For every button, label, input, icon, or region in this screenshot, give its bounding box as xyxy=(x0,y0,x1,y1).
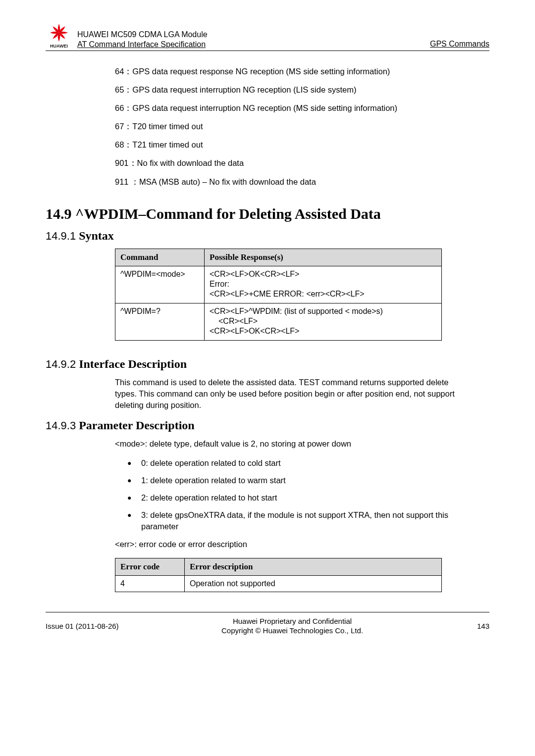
gps-item: 911 ：MSA (MSB auto) – No fix with downlo… xyxy=(115,176,465,188)
huawei-logo-icon: HUAWEI xyxy=(46,22,72,49)
cell-error-desc: Operation not supported xyxy=(185,575,442,592)
cell-error-code: 4 xyxy=(115,575,185,592)
doc-title-line1: HUAWEI MC509 CDMA LGA Module xyxy=(77,30,430,40)
sub-14-9-1-title: 14.9.1Syntax xyxy=(46,229,489,243)
header-divider xyxy=(46,50,489,51)
footer-row: Issue 01 (2011-08-26) Huawei Proprietary… xyxy=(46,616,489,636)
gps-item: 64：GPS data request response NG receptio… xyxy=(115,66,465,77)
interface-description-text: This command is used to delete the assis… xyxy=(115,377,465,411)
list-item: 3: delete gpsOneXTRA data, if the module… xyxy=(127,509,465,532)
footer-issue: Issue 01 (2011-08-26) xyxy=(46,622,145,630)
th-error-code: Error code xyxy=(115,558,185,575)
th-command: Command xyxy=(115,249,205,266)
gps-item: 67：T20 timer timed out xyxy=(115,121,465,132)
table-row: ^WPDIM=<mode> <CR><LF>OK<CR><LF> Error: … xyxy=(115,266,442,303)
page: HUAWEI HUAWEI MC509 CDMA LGA Module AT C… xyxy=(0,0,535,756)
resp-line: <CR><LF>OK<CR><LF> xyxy=(210,327,436,336)
footer-divider xyxy=(46,612,489,612)
list-item: 0: delete operation related to cold star… xyxy=(127,457,465,469)
footer-copyright: Copyright © Huawei Technologies Co., Ltd… xyxy=(145,626,440,636)
err-line: <err>: error code or error description xyxy=(115,539,465,550)
th-response: Possible Response(s) xyxy=(205,249,442,266)
table-row: 4 Operation not supported xyxy=(115,575,442,592)
footer-center: Huawei Proprietary and Confidential Copy… xyxy=(145,616,440,636)
cell-response: <CR><LF>OK<CR><LF> Error: <CR><LF>+CME E… xyxy=(205,266,442,303)
gps-code-list: 64：GPS data request response NG receptio… xyxy=(115,66,465,188)
th-error-desc: Error description xyxy=(185,558,442,575)
resp-line: <CR><LF>^WPDIM: (list of supported < mod… xyxy=(210,307,436,316)
doc-title-block: HUAWEI MC509 CDMA LGA Module AT Command … xyxy=(77,30,430,50)
list-item: 2: delete operation related to hot start xyxy=(127,492,465,504)
sub-14-9-2-title: 14.9.2Interface Description xyxy=(46,357,489,371)
gps-item: 66：GPS data request interruption NG rece… xyxy=(115,102,465,114)
resp-line: Error: xyxy=(210,280,436,289)
cell-command: ^WPDIM=? xyxy=(115,303,205,340)
syntax-table: Command Possible Response(s) ^WPDIM=<mod… xyxy=(115,249,442,341)
header-row: HUAWEI HUAWEI MC509 CDMA LGA Module AT C… xyxy=(46,22,489,50)
gps-item: 65：GPS data request interruption NG rece… xyxy=(115,84,465,96)
gps-item: 68：T21 timer timed out xyxy=(115,139,465,151)
table-row: ^WPDIM=? <CR><LF>^WPDIM: (list of suppor… xyxy=(115,303,442,340)
cell-command: ^WPDIM=<mode> xyxy=(115,266,205,303)
footer-page-number: 143 xyxy=(440,622,489,630)
svg-text:HUAWEI: HUAWEI xyxy=(50,44,68,49)
section-14-9-title: 14.9 ^WPDIM–Command for Deleting Assiste… xyxy=(46,205,489,222)
table-header-row: Command Possible Response(s) xyxy=(115,249,442,266)
error-table: Error code Error description 4 Operation… xyxy=(115,558,442,592)
footer-proprietary: Huawei Proprietary and Confidential xyxy=(145,616,440,626)
sub-14-9-3-title: 14.9.3Parameter Description xyxy=(46,419,489,432)
resp-line: <CR><LF> xyxy=(218,317,436,326)
mode-bullets: 0: delete operation related to cold star… xyxy=(127,457,465,532)
cell-response: <CR><LF>^WPDIM: (list of supported < mod… xyxy=(205,303,442,340)
doc-title-line2: AT Command Interface Specification xyxy=(77,40,430,50)
resp-line: <CR><LF>OK<CR><LF> xyxy=(210,270,436,279)
list-item: 1: delete operation related to warm star… xyxy=(127,475,465,486)
table-header-row: Error code Error description xyxy=(115,558,442,575)
header-right-label: GPS Commands xyxy=(430,40,489,50)
resp-line: <CR><LF>+CME ERROR: <err><CR><LF> xyxy=(210,290,436,299)
gps-item: 901：No fix with download the data xyxy=(115,157,465,169)
mode-line: <mode>: delete type, default value is 2,… xyxy=(115,438,465,450)
